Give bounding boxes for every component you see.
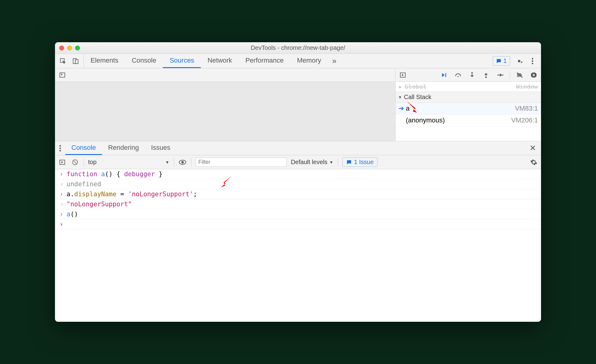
issues-pill-text: 1 Issue bbox=[354, 159, 374, 166]
frame-name: (anonymous) bbox=[406, 116, 445, 124]
step-icon[interactable] bbox=[496, 71, 504, 79]
window-minimize-button[interactable] bbox=[67, 46, 72, 50]
step-into-icon[interactable] bbox=[468, 71, 476, 79]
drawer-tabs: ConsoleRenderingIssues ✕ bbox=[55, 141, 541, 155]
input-chevron-icon: › bbox=[58, 211, 65, 218]
sources-editor-empty bbox=[55, 82, 395, 141]
chat-icon bbox=[496, 58, 502, 64]
drawer-tab-console[interactable]: Console bbox=[65, 141, 102, 155]
console-toolbar: top ▼ Default levels ▼ 1 Issue bbox=[55, 155, 541, 169]
tab-elements[interactable]: Elements bbox=[84, 54, 125, 68]
sources-panel: ▹ Global Window ▼ Call Stack ➔aVM83:1(an… bbox=[55, 68, 541, 141]
log-levels-label: Default levels bbox=[291, 159, 327, 166]
main-tabs-row: ElementsConsoleSourcesNetworkPerformance… bbox=[55, 54, 541, 68]
console-line-content: undefined bbox=[65, 180, 101, 188]
svg-point-21 bbox=[181, 161, 184, 163]
console-line-content: a() bbox=[65, 211, 78, 218]
input-chevron-icon: › bbox=[58, 191, 65, 198]
settings-gear-icon[interactable] bbox=[515, 57, 523, 65]
show-navigator-icon[interactable] bbox=[58, 71, 67, 79]
console-sidebar-toggle-icon[interactable] bbox=[58, 158, 67, 167]
output-chevron-icon: ‹ bbox=[58, 180, 65, 188]
tab-memory[interactable]: Memory bbox=[290, 54, 328, 68]
call-stack-frame[interactable]: (anonymous)VM206:1 bbox=[396, 115, 541, 126]
svg-rect-8 bbox=[445, 73, 446, 77]
svg-point-11 bbox=[485, 76, 487, 78]
step-over-icon[interactable] bbox=[454, 71, 462, 79]
window-maximize-button[interactable] bbox=[75, 46, 80, 50]
console-line: ‹"noLongerSupport" bbox=[55, 199, 541, 209]
traffic-lights bbox=[55, 46, 80, 50]
input-chevron-icon: › bbox=[58, 170, 65, 178]
console-line: ›a.displayName = 'noLongerSupport'; bbox=[55, 189, 541, 199]
drawer-tab-issues[interactable]: Issues bbox=[145, 141, 176, 155]
drawer-tab-rendering[interactable]: Rendering bbox=[102, 141, 145, 155]
console-filter-input[interactable] bbox=[196, 158, 287, 167]
console-line-content: "noLongerSupport" bbox=[65, 201, 132, 208]
step-out-icon[interactable] bbox=[482, 71, 490, 79]
titlebar: DevTools - chrome://new-tab-page/ bbox=[55, 42, 541, 54]
pause-exceptions-icon[interactable] bbox=[529, 71, 538, 79]
output-chevron-icon: ‹ bbox=[58, 201, 65, 208]
svg-rect-13 bbox=[533, 74, 533, 76]
issues-count: 1 bbox=[503, 57, 507, 64]
console-messages[interactable]: ›function a() { debugger }‹undefined›a.d… bbox=[55, 169, 541, 322]
annotation-arrow-callstack bbox=[405, 99, 420, 115]
show-debugger-icon[interactable] bbox=[399, 71, 407, 79]
resume-icon[interactable] bbox=[440, 71, 448, 79]
window-title: DevTools - chrome://new-tab-page/ bbox=[55, 44, 541, 51]
svg-point-5 bbox=[532, 63, 533, 64]
issues-pill[interactable]: 1 Issue bbox=[342, 157, 378, 167]
more-tabs-button[interactable]: » bbox=[328, 54, 341, 68]
tab-network[interactable]: Network bbox=[201, 54, 239, 68]
console-line: ‹undefined bbox=[55, 179, 541, 189]
clear-console-icon[interactable] bbox=[71, 158, 79, 167]
frame-location: VM83:1 bbox=[515, 105, 538, 112]
svg-rect-6 bbox=[60, 73, 65, 77]
live-expression-icon[interactable] bbox=[178, 158, 187, 167]
console-line: ›function a() { debugger } bbox=[55, 169, 541, 179]
window-close-button[interactable] bbox=[59, 46, 64, 50]
annotation-arrow-displayname bbox=[219, 174, 234, 190]
log-levels-selector[interactable]: Default levels ▼ bbox=[291, 159, 334, 166]
console-line-content: a.displayName = 'noLongerSupport'; bbox=[65, 191, 197, 198]
console-line: ›a() bbox=[55, 209, 541, 219]
svg-point-15 bbox=[60, 145, 61, 146]
inspect-element-icon[interactable] bbox=[59, 57, 67, 65]
svg-point-16 bbox=[60, 147, 61, 149]
svg-point-10 bbox=[471, 72, 473, 74]
chat-icon bbox=[346, 160, 352, 165]
svg-point-12 bbox=[502, 74, 503, 76]
scope-global-row[interactable]: ▹ Global Window bbox=[396, 82, 541, 92]
svg-point-4 bbox=[532, 60, 533, 62]
kebab-menu-icon[interactable] bbox=[528, 57, 537, 65]
drawer-close-button[interactable]: ✕ bbox=[525, 141, 541, 155]
tab-console[interactable]: Console bbox=[125, 54, 163, 68]
console-line: › bbox=[55, 219, 541, 229]
debugger-toolbar bbox=[396, 68, 541, 82]
console-context-selector[interactable]: top ▼ bbox=[88, 159, 170, 166]
tab-sources[interactable]: Sources bbox=[163, 54, 201, 68]
current-frame-pointer-icon: ➔ bbox=[399, 105, 404, 112]
tab-performance[interactable]: Performance bbox=[239, 54, 290, 68]
svg-point-9 bbox=[457, 76, 459, 77]
issues-badge[interactable]: 1 bbox=[493, 56, 510, 66]
prompt-chevron-icon: › bbox=[58, 221, 65, 228]
drawer-kebab-icon[interactable] bbox=[55, 141, 65, 155]
frame-location: VM206:1 bbox=[511, 116, 538, 124]
console-context-label: top bbox=[88, 159, 97, 166]
devtools-window: DevTools - chrome://new-tab-page/ Elemen… bbox=[55, 42, 541, 322]
svg-rect-14 bbox=[534, 74, 534, 76]
device-toolbar-icon[interactable] bbox=[71, 57, 80, 65]
scope-global-label: Global bbox=[405, 83, 426, 90]
sources-toolbar bbox=[55, 68, 395, 82]
svg-point-17 bbox=[60, 150, 61, 151]
scope-global-value: Window bbox=[516, 83, 538, 90]
console-line-content: function a() { debugger } bbox=[65, 170, 163, 178]
svg-point-3 bbox=[532, 58, 533, 59]
svg-rect-2 bbox=[75, 60, 78, 64]
console-settings-gear-icon[interactable] bbox=[529, 158, 538, 167]
deactivate-breakpoints-icon[interactable] bbox=[516, 71, 524, 79]
